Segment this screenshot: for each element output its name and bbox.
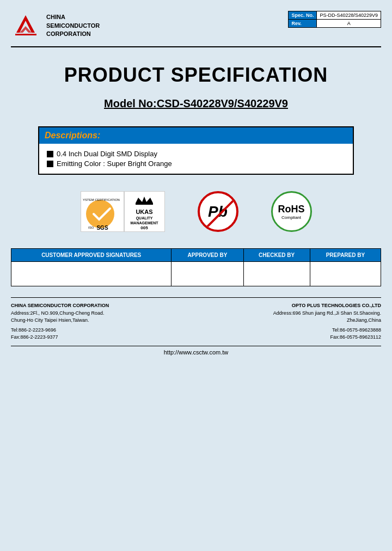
footer-company2-addr1: Address:696 Shun jiang Rd.,Ji Shan St.Sh… xyxy=(273,310,381,317)
svg-text:MANAGEMENT: MANAGEMENT xyxy=(131,221,159,225)
svg-rect-2 xyxy=(15,34,36,35)
footer-company1-addr1: Address:2Fl., NO.909,Chung-Cheng Road. xyxy=(11,310,109,317)
desc-item-2: Emitting Color : Super Bright Orange xyxy=(47,160,345,168)
main-title: PRODUCT SPECIFICATION xyxy=(11,64,381,87)
svg-text:005: 005 xyxy=(140,225,148,230)
cert-logos-group: SGS SYSTEM CERTIFICATION ISO 9001:2000 U… xyxy=(81,191,165,232)
footer-company2-fax: Fax:86-0575-89623112 xyxy=(273,334,381,341)
footer-company1-addr2: Chung-Ho City Taipei Hsien,Taiwan. xyxy=(11,317,109,325)
svg-rect-9 xyxy=(136,203,153,205)
sig-cell-3 xyxy=(243,262,310,286)
footer-company2-addr2: ZheJiang,China xyxy=(273,317,381,325)
svg-text:ISO: ISO xyxy=(88,226,94,229)
desc-body: 0.4 Inch Dual Digit SMD Display Emitting… xyxy=(39,144,353,174)
logos-section: SGS SYSTEM CERTIFICATION ISO 9001:2000 U… xyxy=(11,191,381,232)
sig-cell-2 xyxy=(171,262,243,286)
rev-label: Rev. xyxy=(289,20,317,28)
desc-text-2: Emitting Color : Super Bright Orange xyxy=(57,160,172,168)
footer-companies: CHINA SEMICONDUCTOR CORPORATION Address:… xyxy=(11,302,381,341)
footer-company2-name: OPTO PLUS TECHNOLOGIES CO.,LTD xyxy=(273,302,381,310)
desc-bullet-1 xyxy=(47,151,53,157)
sgs-badge: SGS SYSTEM CERTIFICATION ISO 9001:2000 xyxy=(81,191,124,232)
svg-point-3 xyxy=(86,200,114,228)
title-section: PRODUCT SPECIFICATION xyxy=(11,64,381,87)
model-label: Model No: xyxy=(104,97,157,109)
sig-col4-header: PREPARED BY xyxy=(310,249,381,262)
model-number: Model No:CSD-S40228V9/S40229V9 xyxy=(104,97,288,109)
header-divider xyxy=(11,46,381,47)
sig-col2-header: APPROVED BY xyxy=(171,249,243,262)
desc-bullet-2 xyxy=(47,161,53,167)
svg-text:9001:2000: 9001:2000 xyxy=(86,230,100,230)
footer-col-1: CHINA SEMICONDUCTOR CORPORATION Address:… xyxy=(11,302,109,341)
company-name: CHINA SEMICONDUCTOR CORPORATION xyxy=(46,13,100,38)
footer-divider-bottom xyxy=(11,346,381,346)
logo-area: CHINA SEMICONDUCTOR CORPORATION xyxy=(11,11,100,41)
footer-url: http://www.csctw.com.tw xyxy=(11,349,381,356)
footer-company1-tel: Tel:886-2-2223-9696 xyxy=(11,327,109,334)
model-section: Model No:CSD-S40228V9/S40229V9 xyxy=(11,97,381,110)
desc-header: Descriptions: xyxy=(39,127,353,144)
footer-col-2: OPTO PLUS TECHNOLOGIES CO.,LTD Address:6… xyxy=(273,302,381,341)
rohs-text: RoHS xyxy=(278,204,305,215)
footer-company1-name: CHINA SEMICONDUCTOR CORPORATION xyxy=(11,302,109,310)
pb-slash xyxy=(199,195,238,232)
svg-text:SYSTEM CERTIFICATION: SYSTEM CERTIFICATION xyxy=(83,198,120,201)
pb-badge: Pb xyxy=(198,191,238,232)
footer-company1-fax: Fax:886-2-2223-9377 xyxy=(11,334,109,341)
rohs-badge: RoHS Compliant xyxy=(271,191,312,232)
sig-col3-header: CHECKED BY xyxy=(243,249,310,262)
signature-table: CUSTOMER APPROVED SIGNATURES APPROVED BY… xyxy=(11,248,381,286)
desc-item-1: 0.4 Inch Dual Digit SMD Display xyxy=(47,150,345,158)
descriptions-box: Descriptions: 0.4 Inch Dual Digit SMD Di… xyxy=(38,126,354,175)
svg-marker-0 xyxy=(16,15,35,33)
svg-marker-8 xyxy=(136,197,153,203)
rev-value: A xyxy=(317,20,381,28)
rohs-sub: Compliant xyxy=(281,215,301,220)
svg-text:UKAS: UKAS xyxy=(136,209,152,215)
signature-table-wrapper: CUSTOMER APPROVED SIGNATURES APPROVED BY… xyxy=(11,248,381,286)
model-value: CSD-S40228V9/S40229V9 xyxy=(157,97,288,109)
ukas-badge: UKAS QUALITY MANAGEMENT 005 xyxy=(124,191,165,232)
sig-cell-1 xyxy=(11,262,171,286)
desc-text-1: 0.4 Inch Dual Digit SMD Display xyxy=(57,150,157,158)
spec-label: Spec. No. xyxy=(289,11,317,20)
sig-cell-4 xyxy=(310,262,381,286)
footer-divider-top xyxy=(11,297,381,298)
company-logo xyxy=(11,11,41,41)
svg-text:QUALITY: QUALITY xyxy=(136,216,153,221)
spec-value: PS-DD-S40228/S40229V9 xyxy=(317,11,381,20)
sig-col1-header: CUSTOMER APPROVED SIGNATURES xyxy=(11,249,171,262)
signature-row xyxy=(11,262,381,286)
spec-table: Spec. No. PS-DD-S40228/S40229V9 Rev. A xyxy=(288,11,381,28)
header: CHINA SEMICONDUCTOR CORPORATION Spec. No… xyxy=(11,11,381,41)
footer-company2-tel: Tel:86-0575-89623888 xyxy=(273,327,381,334)
